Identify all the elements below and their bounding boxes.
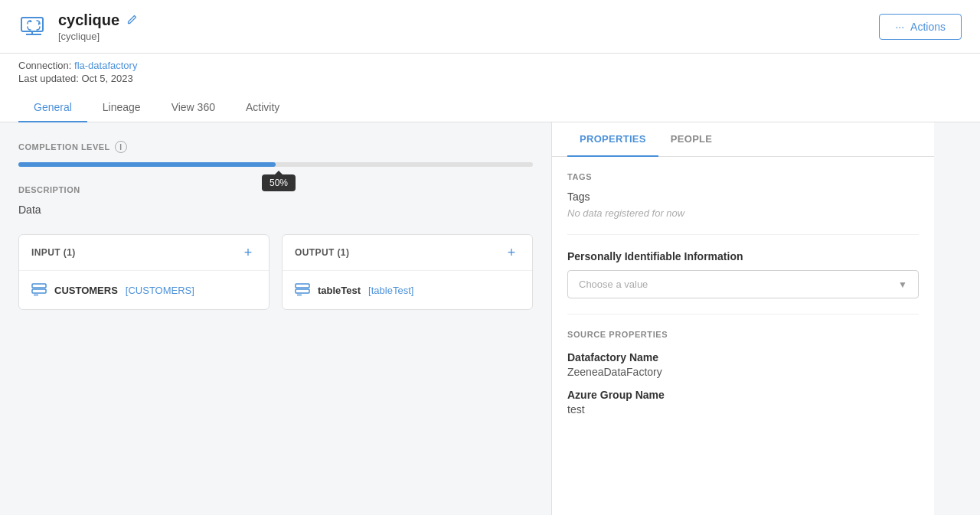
last-updated-value: Oct 5, 2023	[81, 73, 132, 84]
input-card-title: INPUT (1)	[31, 247, 76, 258]
io-section: INPUT (1) + CUSTOMERS [CUSTOME	[18, 234, 533, 310]
source-prop-azuregroup-name: Azure Group Name	[567, 389, 919, 401]
output-item-name: tableTest	[318, 285, 361, 296]
source-divider	[567, 314, 919, 315]
source-prop-azuregroup-value: test	[567, 403, 919, 416]
description-text: Data	[18, 204, 533, 216]
connection-info: Connection: fla-datafactory	[18, 60, 962, 71]
pii-label: Personally Identifiable Information	[567, 250, 919, 262]
svg-rect-7	[34, 294, 38, 296]
tab-view360[interactable]: View 360	[156, 93, 230, 122]
completion-info-icon[interactable]: i	[115, 141, 127, 153]
last-updated-info: Last updated: Oct 5, 2023	[18, 73, 962, 84]
output-card-title: OUTPUT (1)	[295, 247, 349, 258]
output-add-button[interactable]: +	[503, 244, 520, 261]
input-item[interactable]: CUSTOMERS [CUSTOMERS]	[31, 283, 256, 297]
app-title: cyclique	[58, 11, 119, 29]
output-card-body: tableTest [tableTest]	[283, 271, 532, 309]
output-card: OUTPUT (1) + tableTest [tableT	[282, 234, 533, 310]
output-item-icon	[295, 283, 310, 297]
pii-section: Personally Identifiable Information Choo…	[567, 250, 919, 298]
actions-label: Actions	[910, 21, 946, 33]
meta-info: Connection: fla-datafactory Last updated…	[18, 60, 962, 87]
input-item-name: CUSTOMERS	[54, 285, 118, 296]
tab-bar: General Lineage View 360 Activity	[18, 93, 962, 122]
header-left: cyclique [cyclique]	[18, 11, 138, 42]
input-item-key: [CUSTOMERS]	[126, 285, 194, 296]
input-item-icon	[31, 283, 47, 297]
left-panel: COMPLETION LEVEL i 50% DESCRIPTION Data …	[0, 122, 551, 515]
tags-section-title: TAGS	[567, 172, 919, 181]
completion-progress: 50%	[18, 162, 533, 167]
input-card-body: CUSTOMERS [CUSTOMERS]	[19, 271, 269, 309]
progress-tooltip: 50%	[262, 174, 296, 191]
input-add-button[interactable]: +	[240, 244, 256, 261]
tab-lineage[interactable]: Lineage	[87, 93, 156, 122]
edit-icon[interactable]	[126, 14, 138, 26]
right-content: TAGS Tags No data registered for now Per…	[552, 157, 934, 442]
tab-general[interactable]: General	[18, 93, 87, 122]
source-prop-datafactory: Datafactory Name ZeeneaDataFactory	[567, 351, 919, 378]
tags-label: Tags	[567, 191, 919, 203]
input-card: INPUT (1) + CUSTOMERS [CUSTOME	[18, 234, 270, 310]
connection-link[interactable]: fla-datafactory	[74, 60, 137, 71]
svg-rect-10	[297, 294, 302, 296]
input-card-header: INPUT (1) +	[19, 235, 269, 271]
pii-placeholder: Choose a value	[579, 279, 648, 290]
right-tab-people[interactable]: PEOPLE	[658, 122, 725, 157]
progress-bar-background	[18, 162, 533, 167]
svg-rect-9	[296, 289, 309, 293]
output-item[interactable]: tableTest [tableTest]	[295, 283, 520, 297]
source-prop-azuregroup: Azure Group Name test	[567, 389, 919, 416]
actions-button[interactable]: ··· Actions	[879, 14, 962, 40]
source-prop-datafactory-value: ZeeneaDataFactory	[567, 366, 919, 378]
svg-rect-5	[32, 284, 46, 288]
meta-bar: Connection: fla-datafactory Last updated…	[0, 54, 980, 122]
actions-dots: ···	[895, 21, 904, 33]
pii-dropdown[interactable]: Choose a value ▼	[567, 270, 919, 298]
source-section-title: SOURCE PROPERTIES	[567, 330, 919, 339]
tags-divider	[567, 234, 919, 235]
header: cyclique [cyclique] ··· Actions	[0, 0, 980, 54]
right-panel: PROPERTIES PEOPLE TAGS Tags No data regi…	[551, 122, 934, 515]
tags-empty: No data registered for now	[567, 207, 919, 219]
chevron-down-icon: ▼	[898, 279, 907, 290]
output-card-header: OUTPUT (1) +	[283, 235, 532, 271]
app-subtitle: [cyclique]	[58, 31, 138, 42]
svg-rect-8	[296, 284, 309, 288]
cyclique-icon	[18, 11, 49, 42]
output-item-key: [tableTest]	[368, 285, 413, 296]
svg-rect-6	[32, 289, 46, 293]
right-tab-properties[interactable]: PROPERTIES	[567, 122, 658, 157]
right-tab-bar: PROPERTIES PEOPLE	[552, 122, 934, 157]
progress-bar-fill	[18, 162, 276, 167]
source-prop-datafactory-name: Datafactory Name	[567, 351, 919, 363]
svg-rect-0	[21, 18, 43, 31]
main-content: COMPLETION LEVEL i 50% DESCRIPTION Data …	[0, 122, 980, 515]
tab-activity[interactable]: Activity	[230, 93, 295, 122]
title-block: cyclique [cyclique]	[58, 11, 138, 42]
completion-section-label: COMPLETION LEVEL i	[18, 141, 533, 153]
